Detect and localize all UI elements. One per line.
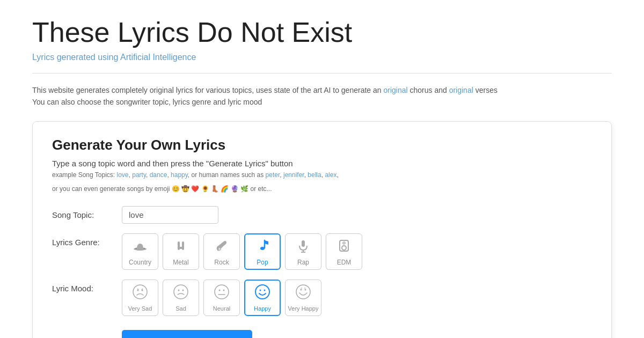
- svg-point-27: [305, 289, 306, 291]
- svg-point-19: [219, 290, 221, 291]
- site-title: These Lyrics Do Not Exist: [32, 16, 612, 48]
- svg-point-20: [223, 290, 225, 291]
- card-examples-emoji: or you can even generate songs by emoji …: [52, 183, 592, 195]
- metal-icon: [172, 237, 189, 256]
- genre-label: Lyrics Genre:: [52, 233, 122, 247]
- very-happy-label: Very Happy: [288, 305, 319, 312]
- very-sad-icon: [131, 283, 149, 303]
- card-instruction: Type a song topic word and then press th…: [52, 159, 592, 168]
- mood-very-happy[interactable]: Very Happy: [285, 280, 321, 316]
- example-jennifer[interactable]: jennifer: [283, 171, 304, 179]
- mood-row: Lyric Mood: Very Sad: [52, 280, 592, 316]
- rock-label: Rock: [214, 259, 229, 266]
- mood-neutral[interactable]: Neural: [203, 280, 240, 316]
- very-sad-label: Very Sad: [128, 305, 152, 312]
- pop-icon: [254, 237, 271, 256]
- rock-icon: [213, 237, 230, 256]
- rap-icon: [295, 237, 312, 256]
- description: This website generates completely origin…: [32, 84, 612, 108]
- example-love[interactable]: love: [117, 171, 129, 179]
- example-bella[interactable]: bella: [308, 171, 321, 179]
- genre-rap[interactable]: Rap: [285, 233, 321, 270]
- svg-point-15: [174, 285, 188, 299]
- genre-metal[interactable]: Metal: [163, 233, 199, 270]
- topic-row: Song Topic:: [52, 206, 592, 224]
- mood-label: Lyric Mood:: [52, 280, 122, 293]
- genre-pop[interactable]: Pop: [244, 233, 281, 270]
- mood-very-sad[interactable]: Very Sad: [122, 280, 158, 316]
- svg-point-18: [215, 285, 229, 299]
- neutral-icon: [213, 283, 230, 303]
- rap-label: Rap: [297, 259, 309, 266]
- svg-point-26: [301, 289, 302, 291]
- genre-rock[interactable]: Rock: [203, 233, 240, 270]
- metal-label: Metal: [173, 259, 188, 266]
- svg-point-12: [133, 285, 147, 299]
- page-wrapper: These Lyrics Do Not Exist Lyrics generat…: [0, 0, 644, 338]
- divider: [32, 73, 612, 74]
- svg-rect-3: [178, 247, 184, 249]
- example-dance[interactable]: dance: [150, 171, 167, 179]
- svg-point-17: [182, 290, 184, 291]
- very-happy-icon: [295, 283, 312, 303]
- main-card: Generate Your Own Lyrics Type a song top…: [32, 121, 612, 338]
- example-party[interactable]: party: [132, 171, 146, 179]
- sad-icon: [172, 283, 189, 303]
- example-happy[interactable]: happy: [171, 171, 188, 179]
- topic-label: Song Topic:: [52, 206, 122, 219]
- genre-grid: Country Metal: [122, 233, 362, 270]
- genre-edm[interactable]: EDM: [326, 233, 362, 270]
- svg-point-5: [260, 247, 265, 250]
- svg-point-16: [178, 290, 180, 291]
- mood-grid: Very Sad Sad: [122, 280, 321, 316]
- svg-point-23: [260, 290, 261, 291]
- pop-label: Pop: [257, 259, 268, 266]
- site-subtitle: Lyrics generated using Artificial Intell…: [32, 53, 612, 62]
- card-title: Generate Your Own Lyrics: [52, 137, 592, 153]
- description-line2: You can also choose the songwriter topic…: [32, 96, 612, 108]
- country-label: Country: [129, 259, 151, 266]
- svg-point-4: [218, 247, 221, 250]
- neutral-label: Neural: [213, 305, 230, 312]
- svg-point-25: [296, 285, 310, 299]
- edm-icon: [335, 237, 353, 256]
- svg-point-22: [255, 285, 269, 299]
- mood-happy[interactable]: Happy: [244, 280, 281, 316]
- generate-button[interactable]: Generate My Lyrics: [122, 330, 252, 338]
- edm-label: EDM: [337, 259, 352, 266]
- genre-country[interactable]: Country: [122, 233, 158, 270]
- svg-rect-6: [302, 240, 305, 247]
- example-peter[interactable]: peter: [266, 171, 280, 179]
- button-row: Generate My Lyrics: [52, 326, 592, 338]
- svg-point-10: [342, 246, 346, 250]
- description-line1: This website generates completely origin…: [32, 84, 612, 96]
- sad-label: Sad: [175, 305, 186, 312]
- svg-point-24: [264, 290, 266, 291]
- svg-point-11: [343, 242, 345, 244]
- example-alex[interactable]: alex: [325, 171, 336, 179]
- genre-row: Lyrics Genre: Country: [52, 233, 592, 270]
- card-examples: example Song Topics: love, party, dance,…: [52, 170, 592, 180]
- mood-sad[interactable]: Sad: [163, 280, 199, 316]
- happy-icon: [254, 283, 271, 303]
- happy-label: Happy: [254, 305, 271, 312]
- country-icon: [131, 237, 149, 256]
- topic-input[interactable]: [122, 206, 218, 224]
